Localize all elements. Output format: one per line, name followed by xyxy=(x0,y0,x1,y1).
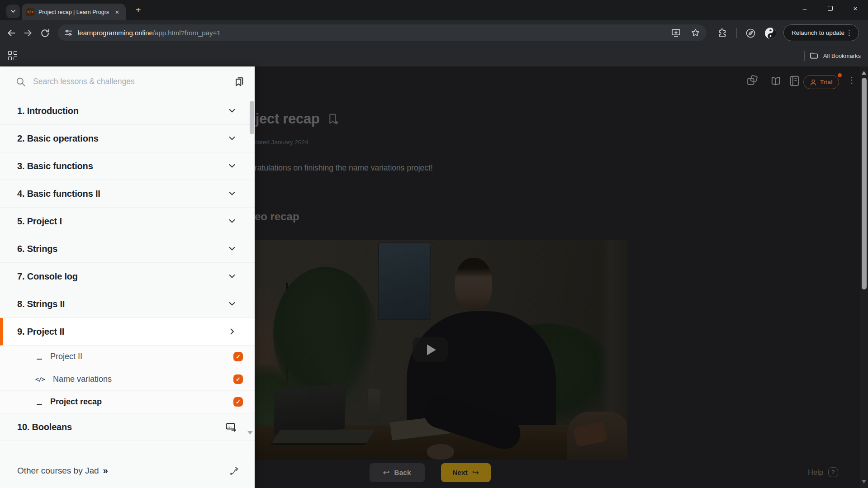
relaunch-label: Relaunch to update xyxy=(792,29,844,36)
lesson-item-project-recap[interactable]: Project recap ✓ xyxy=(0,391,255,413)
maximize-icon xyxy=(828,6,833,11)
site-settings-tune-icon[interactable] xyxy=(64,28,73,37)
play-icon xyxy=(427,344,436,355)
back-arrow-icon xyxy=(6,28,16,38)
bookmark-add-icon[interactable] xyxy=(327,113,339,125)
lesson-item-project-2[interactable]: Project II ✓ xyxy=(0,346,255,368)
trial-badge-button[interactable]: Trial xyxy=(803,75,839,89)
notes-button[interactable] xyxy=(789,75,800,87)
question-mark-icon: ? xyxy=(828,467,838,477)
flashcards-button[interactable] xyxy=(746,75,759,87)
back-arrow-glyph: ↩ xyxy=(383,468,389,478)
flashcards-icon xyxy=(746,75,759,87)
browser-window: </> Project recap | Learn Programm × + –… xyxy=(0,0,868,488)
close-window-button[interactable]: × xyxy=(843,0,868,17)
sidebar-item-basic-functions[interactable]: 3. Basic functions xyxy=(0,152,255,180)
install-app-icon[interactable] xyxy=(671,28,681,38)
code-icon: </> xyxy=(35,376,46,383)
page-scrollbar[interactable] xyxy=(860,66,868,488)
tab-title: Project recap | Learn Programm xyxy=(38,9,109,15)
notification-dot xyxy=(838,73,842,77)
apps-grid-icon[interactable] xyxy=(8,51,17,60)
lesson-lines-icon xyxy=(35,399,43,405)
all-bookmarks-label: All Bookmarks xyxy=(823,52,861,59)
bookmark-star-icon[interactable] xyxy=(691,28,700,38)
app-menu-kebab-icon[interactable]: ⋮ xyxy=(848,75,856,85)
url-path: /app.html?from_pay=1 xyxy=(153,29,221,37)
tab-search-button[interactable] xyxy=(6,5,20,18)
forward-nav-button[interactable] xyxy=(21,26,35,40)
sidebar-item-basic-functions-2[interactable]: 4. Basic functions II xyxy=(0,180,255,208)
intro-paragraph: Congratulations on finishing the name va… xyxy=(236,163,433,173)
trial-label: Trial xyxy=(820,79,833,85)
help-button[interactable]: Help ? xyxy=(808,467,838,477)
chevron-down-icon xyxy=(228,189,237,198)
address-bar[interactable]: learnprogramming.online/app.html?from_pa… xyxy=(58,24,707,41)
next-button[interactable]: Next ↪ xyxy=(441,463,491,482)
glossary-button[interactable] xyxy=(770,76,782,87)
chevron-right-icon xyxy=(228,327,237,336)
back-button[interactable]: ↩ Back xyxy=(370,463,425,482)
url-text[interactable]: learnprogramming.online/app.html?from_pa… xyxy=(78,29,221,37)
play-button[interactable] xyxy=(413,337,448,362)
chevron-down-icon xyxy=(228,244,237,253)
forward-arrow-icon xyxy=(23,28,33,38)
window-controls: – × xyxy=(792,0,868,17)
sidebar-item-strings-2[interactable]: 8. Strings II xyxy=(0,290,255,318)
eco-extension-button[interactable] xyxy=(744,26,757,40)
folder-icon xyxy=(810,52,818,60)
scrollbar-thumb[interactable] xyxy=(862,78,867,289)
sidebar-item-strings[interactable]: 6. Strings xyxy=(0,235,255,263)
maximize-button[interactable] xyxy=(817,0,843,17)
double-chevron-glyph: » xyxy=(103,465,108,475)
tab-close-icon[interactable]: × xyxy=(113,8,121,16)
all-bookmarks[interactable]: All Bookmarks xyxy=(804,45,861,66)
completed-check-badge: ✓ xyxy=(233,352,243,361)
leaf-icon xyxy=(745,28,756,38)
scroll-down-arrow-icon[interactable] xyxy=(862,480,866,483)
sidebar-item-project-2[interactable]: 9. Project II xyxy=(0,318,255,346)
relaunch-to-update-button[interactable]: Relaunch to update ⋮ xyxy=(783,24,859,41)
person-icon xyxy=(810,79,817,86)
completed-check-badge: ✓ xyxy=(233,374,243,384)
chevron-down-icon xyxy=(228,217,237,226)
extensions-button[interactable] xyxy=(716,26,729,40)
bookmarks-separator xyxy=(804,51,805,61)
url-domain: learnprogramming.online xyxy=(78,29,153,37)
search-icon xyxy=(15,76,26,87)
sidebar-item-basic-operations[interactable]: 2. Basic operations xyxy=(0,125,255,152)
lesson-item-name-variations[interactable]: </> Name variations ✓ xyxy=(0,368,255,391)
sidebar-item-introduction[interactable]: 1. Introduction xyxy=(0,97,255,125)
sidebar-scroll-down-icon[interactable] xyxy=(247,431,253,435)
back-nav-button[interactable] xyxy=(5,26,18,40)
new-tab-button[interactable]: + xyxy=(132,4,144,16)
chevron-down-icon xyxy=(228,134,237,143)
chevron-down-icon xyxy=(228,299,237,308)
bookmarks-bar: All Bookmarks xyxy=(0,45,868,66)
other-courses-link[interactable]: Other courses by Jad» xyxy=(0,453,255,488)
chevron-down-icon xyxy=(228,272,237,281)
toolbar-separator xyxy=(736,28,737,38)
video-player[interactable] xyxy=(232,240,627,460)
reload-button[interactable] xyxy=(38,26,52,40)
app-content: Trial ⋮ Project recap Last updated Janua… xyxy=(0,66,868,488)
sidebar-scrollbar-thumb[interactable] xyxy=(250,101,254,134)
sidebar-item-console-log[interactable]: 7. Console log xyxy=(0,263,255,290)
search-input[interactable] xyxy=(33,77,227,86)
puzzle-icon xyxy=(717,28,727,38)
sidebar-item-project-1[interactable]: 5. Project I xyxy=(0,208,255,235)
help-label: Help xyxy=(808,468,823,477)
chevron-down-icon xyxy=(228,106,237,115)
route-arrow-icon xyxy=(229,465,240,476)
browser-tab[interactable]: </> Project recap | Learn Programm × xyxy=(22,4,126,20)
completed-check-badge: ✓ xyxy=(233,397,243,407)
next-arrow-glyph: ↪ xyxy=(472,468,479,478)
bookmarks-list-icon[interactable] xyxy=(233,76,246,88)
profile-avatar[interactable] xyxy=(764,26,777,40)
browser-menu-kebab-icon[interactable]: ⋮ xyxy=(846,29,853,37)
sidebar-item-booleans[interactable]: 10. Booleans xyxy=(0,413,255,441)
scroll-up-arrow-icon[interactable] xyxy=(862,71,866,75)
minimize-button[interactable]: – xyxy=(792,0,817,17)
tab-strip: </> Project recap | Learn Programm × + –… xyxy=(0,0,868,20)
lesson-lines-icon xyxy=(35,354,43,360)
